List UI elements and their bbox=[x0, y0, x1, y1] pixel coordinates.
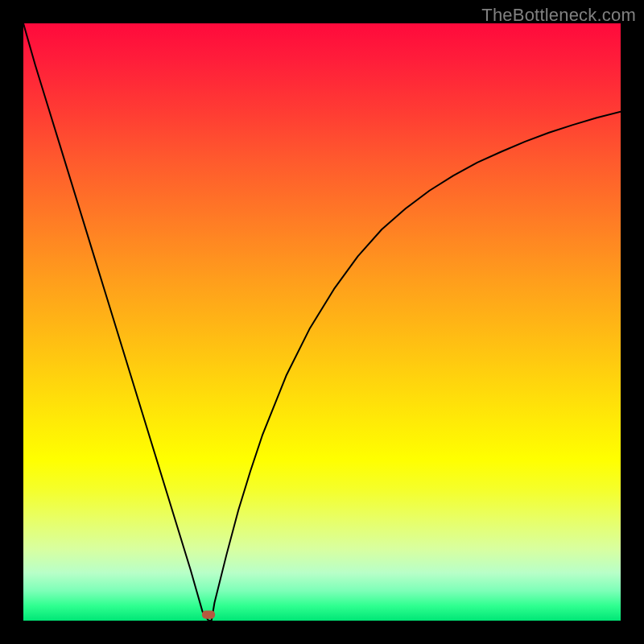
plot-area bbox=[23, 23, 621, 621]
chart-svg bbox=[23, 23, 621, 621]
attribution-text: TheBottleneck.com bbox=[481, 5, 636, 26]
bottleneck-marker bbox=[202, 610, 215, 618]
bottleneck-curve bbox=[23, 23, 621, 621]
chart-frame: TheBottleneck.com bbox=[0, 0, 644, 644]
